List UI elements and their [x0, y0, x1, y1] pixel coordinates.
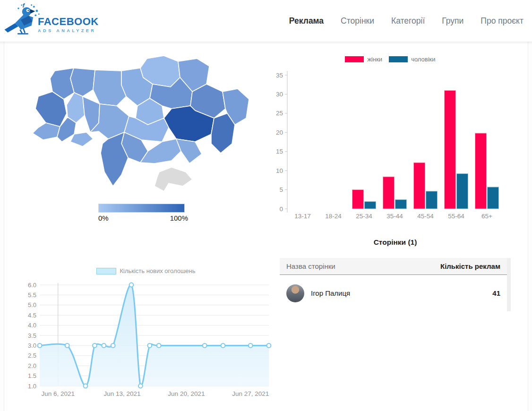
pages-table: Назва сторінки Кількість реклам Ігор Пал…	[280, 258, 511, 311]
svg-text:Jun 13, 2021: Jun 13, 2021	[104, 390, 141, 397]
pages-table-title: Сторінки (1)	[280, 238, 511, 247]
svg-text:30: 30	[276, 91, 283, 98]
map-region-rivne[interactable]	[70, 68, 95, 96]
svg-text:0: 0	[279, 206, 283, 213]
svg-text:55-64: 55-64	[448, 213, 464, 220]
nav-item-pages[interactable]: Сторінки	[341, 16, 374, 26]
data-point-jun-14-2021	[129, 283, 134, 287]
svg-text:2.0: 2.0	[28, 362, 36, 369]
svg-text:20: 20	[276, 129, 283, 136]
svg-text:18-24: 18-24	[325, 213, 342, 220]
svg-text:5.0: 5.0	[28, 301, 36, 308]
svg-text:3.5: 3.5	[28, 332, 36, 339]
svg-text:1.0: 1.0	[28, 383, 36, 390]
announcements-color-swatch	[96, 268, 116, 274]
demographics-bar-chart-block: жінки чоловіки 0510152025303513-1718-242…	[275, 56, 532, 226]
data-point-jun-10-2021	[93, 343, 97, 348]
logo-subtitle: ADS ANALYZER	[38, 28, 99, 33]
data-point-jun-16-2021	[147, 343, 152, 348]
bar-men-65+	[488, 187, 499, 209]
top-navigation-bar: f FACEBOOK ADS ANALYZER Реклама Сторінки…	[0, 0, 532, 42]
bar-women-45-54	[414, 163, 425, 209]
legend-label-women: жінки	[367, 56, 382, 63]
page-row-ihor-palytsia[interactable]: Ігор Палиця 41	[280, 275, 511, 311]
bar-women-35-44	[383, 177, 395, 209]
svg-text:5.5: 5.5	[28, 291, 36, 299]
legend-label-men: чоловіки	[411, 56, 435, 63]
bird-logo-icon: f	[3, 1, 40, 41]
bar-men-25-34	[365, 202, 376, 209]
age-gender-bar-chart: 0510152025303513-1718-2425-3435-4445-545…	[275, 66, 532, 224]
nav-item-ads[interactable]: Реклама	[289, 16, 324, 26]
svg-text:1.5: 1.5	[28, 372, 36, 379]
nav-item-about[interactable]: Про проєкт	[481, 16, 523, 26]
map-color-legend: 0% 100%	[98, 204, 188, 222]
data-point-jun-17-2021	[157, 343, 161, 348]
announcements-line-chart-block: Кількість нових оголошень 1.01.52.02.53.…	[18, 267, 274, 410]
svg-text:2.5: 2.5	[28, 352, 36, 359]
data-point-jun-7-2021	[65, 343, 69, 348]
svg-text:4.0: 4.0	[28, 322, 36, 329]
pages-table-header: Назва сторінки Кількість реклам	[280, 258, 511, 275]
new-announcements-area-chart: 1.01.52.02.53.03.54.04.55.05.56.0Jun 6, …	[18, 278, 274, 408]
page-ads-count: 41	[492, 289, 500, 297]
map-region-chernivtsi[interactable]	[70, 132, 93, 146]
svg-text:4.5: 4.5	[28, 312, 36, 319]
svg-text:Jun 27, 2021: Jun 27, 2021	[232, 390, 269, 397]
map-legend-max: 100%	[170, 214, 188, 222]
bar-men-35-44	[395, 200, 407, 209]
svg-text:10: 10	[276, 167, 283, 174]
svg-text:35-44: 35-44	[386, 213, 403, 220]
svg-text:45-54: 45-54	[417, 213, 434, 220]
main-nav: Реклама Сторінки Категорії Групи Про про…	[289, 16, 525, 26]
bar-men-45-54	[426, 191, 438, 209]
bar-women-25-34	[352, 190, 364, 209]
data-point-jun-11-2021	[102, 343, 106, 348]
map-region-donetsk[interactable]	[211, 113, 235, 153]
bar-men-55-64	[457, 174, 468, 209]
map-region-zakarpattia[interactable]	[33, 123, 60, 140]
app-logo[interactable]: f FACEBOOK ADS ANALYZER	[3, 1, 99, 41]
column-header-page-name: Назва сторінки	[286, 262, 335, 270]
line-chart-legend: Кількість нових оголошень	[18, 267, 274, 274]
data-point-jun-27-2021	[249, 343, 253, 348]
men-color-swatch	[389, 56, 408, 62]
data-point-jun-24-2021	[221, 343, 225, 348]
data-point-jun-9-2021	[84, 384, 88, 388]
data-point-jun-22-2021	[203, 343, 207, 348]
svg-text:25: 25	[276, 110, 283, 117]
table-scrollbar[interactable]	[507, 258, 511, 311]
bar-women-65+	[475, 133, 487, 209]
legend-label-announcements: Кількість нових оголошень	[120, 267, 195, 274]
nav-item-groups[interactable]: Групи	[442, 16, 463, 26]
svg-text:Jun 6, 2021: Jun 6, 2021	[42, 390, 75, 397]
bar-chart-legend: жінки чоловіки	[275, 56, 506, 63]
svg-text:Jun 20, 2021: Jun 20, 2021	[168, 390, 205, 397]
svg-text:15: 15	[276, 148, 283, 155]
legend-item-women[interactable]: жінки	[345, 56, 382, 63]
data-point-jun-15-2021	[138, 384, 143, 388]
column-header-ads-count: Кількість реклам	[440, 262, 500, 270]
svg-text:35: 35	[276, 72, 283, 79]
data-point-jun-29-2021	[267, 343, 271, 348]
svg-text:13-17: 13-17	[294, 213, 311, 220]
data-point-jun-12-2021	[111, 343, 115, 348]
svg-text:65+: 65+	[481, 213, 492, 220]
map-gradient-bar	[98, 204, 185, 213]
data-point-jun-4-2021	[38, 343, 42, 348]
svg-text:3.0: 3.0	[28, 342, 36, 349]
legend-item-men[interactable]: чоловіки	[389, 56, 435, 63]
nav-item-categories[interactable]: Категорії	[391, 16, 425, 26]
svg-text:25-34: 25-34	[356, 213, 372, 220]
map-region-crimea[interactable]	[154, 167, 192, 191]
pages-table-block: Сторінки (1) Назва сторінки Кількість ре…	[280, 238, 511, 311]
women-color-swatch	[345, 56, 364, 62]
legend-item-announcements[interactable]: Кількість нових оголошень	[96, 267, 195, 274]
logo-title: FACEBOOK	[38, 16, 99, 28]
svg-text:6.0: 6.0	[28, 282, 36, 289]
bar-women-55-64	[445, 90, 456, 209]
page-name: Ігор Палиця	[311, 289, 350, 297]
ukraine-choropleth-map	[29, 51, 256, 200]
logo-text: FACEBOOK ADS ANALYZER	[38, 16, 99, 33]
ukraine-map-block: 0% 100%	[25, 51, 261, 222]
